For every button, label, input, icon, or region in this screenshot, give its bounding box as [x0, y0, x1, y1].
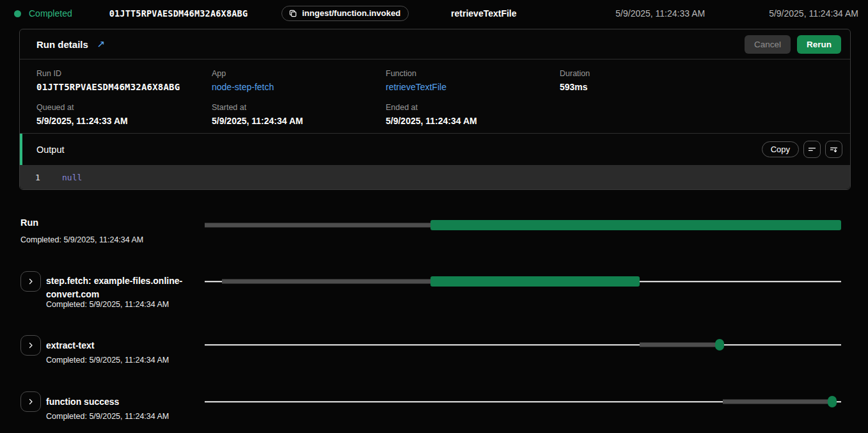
timeline-segment-waiting [205, 223, 430, 228]
output-title: Output [36, 145, 65, 155]
extract-text-track [205, 339, 841, 350]
app-link[interactable]: node-step-fetch [212, 82, 386, 92]
status-label: Completed [29, 8, 72, 19]
field-duration: Duration 593ms [560, 69, 833, 92]
field-value: 5/9/2025, 11:24:34 AM [386, 116, 560, 126]
external-link-icon[interactable]: ↗ [97, 38, 106, 50]
expand-function-success-button[interactable] [20, 391, 41, 412]
timeline-segment-waiting [640, 343, 718, 347]
event-name-label: inngest/function.invoked [302, 8, 400, 18]
step-completed: Completed: 5/9/2025, 11:24:34 AM [46, 412, 169, 421]
function-name: retrieveTextFile [451, 8, 516, 19]
field-label: App [212, 69, 386, 78]
queued-timestamp: 5/9/2025, 11:24:33 AM [615, 8, 705, 19]
step-completed: Completed: 5/9/2025, 11:24:34 AM [46, 356, 169, 365]
field-value: 5/9/2025, 11:24:33 AM [36, 116, 212, 126]
field-run-id: Run ID 01JTT5RPVAESDM46M32A6X8ABG [36, 69, 212, 92]
copy-output-button[interactable]: Copy [762, 141, 799, 157]
function-link[interactable]: retrieveTextFile [386, 82, 560, 92]
step-title: function success [46, 395, 207, 409]
started-timestamp: 5/9/2025, 11:24:34 AM [769, 8, 858, 19]
step-title: extract-text [46, 339, 207, 352]
output-header: Output Copy [20, 133, 850, 165]
field-app: App node-step-fetch [212, 69, 386, 92]
field-queued-at: Queued at 5/9/2025, 11:24:33 AM [36, 103, 212, 126]
timeline-segment-dot [828, 396, 837, 407]
line-number: 1 [20, 173, 56, 182]
chevron-right-icon [27, 342, 35, 349]
expand-step-fetch-button[interactable] [20, 271, 41, 292]
event-name-badge[interactable]: inngest/function.invoked [281, 6, 409, 21]
function-success-track [205, 396, 841, 407]
chevron-right-icon [27, 278, 35, 285]
run-details-panel: Run details ↗ Cancel Rerun Run ID 01JTT5… [19, 29, 851, 190]
timeline-run-track [205, 219, 841, 231]
panel-header: Run details ↗ Cancel Rerun [20, 29, 850, 59]
field-value: 01JTT5RPVAESDM46M32A6X8ABG [36, 82, 212, 92]
chevron-right-icon [27, 398, 35, 405]
field-label: Function [386, 69, 560, 78]
field-label: Started at [212, 103, 386, 112]
run-id: 01JTT5RPVAESDM46M32A6X8ABG [109, 8, 248, 19]
panel-title: Run details [36, 39, 88, 50]
copy-icon [288, 9, 297, 18]
timeline-segment-dot [715, 339, 724, 350]
output-value: null [62, 173, 82, 182]
field-label: Ended at [386, 103, 560, 112]
timeline-segment-base [205, 344, 841, 345]
output-code-block: 1 null [20, 165, 850, 189]
field-started-at: Started at 5/9/2025, 11:24:34 AM [212, 103, 386, 126]
timeline-segment-waiting [723, 400, 829, 404]
status-dot-icon [14, 10, 21, 17]
rerun-button[interactable]: Rerun [797, 35, 841, 54]
timeline-segment-active [430, 276, 640, 287]
field-ended-at: Ended at 5/9/2025, 11:24:34 AM [386, 103, 560, 126]
timeline-segment-waiting [222, 279, 430, 284]
expand-output-icon[interactable] [825, 141, 842, 158]
expand-extract-text-button[interactable] [20, 335, 41, 356]
step-fetch-track [205, 276, 841, 287]
field-label: Run ID [36, 69, 212, 78]
timeline-run-label: Run [20, 217, 38, 228]
step-title: step.fetch: example-files.online-convert… [46, 274, 207, 301]
wrap-lines-icon[interactable] [803, 141, 821, 158]
timeline-segment-active [430, 220, 841, 230]
field-function: Function retrieveTextFile [386, 69, 560, 92]
run-summary-row[interactable]: Completed 01JTT5RPVAESDM46M32A6X8ABG inn… [0, 0, 868, 27]
field-label: Queued at [36, 103, 212, 112]
field-label: Duration [560, 69, 833, 78]
field-value: 593ms [560, 82, 833, 92]
field-value: 5/9/2025, 11:24:34 AM [212, 116, 386, 126]
timeline-run-completed: Completed: 5/9/2025, 11:24:34 AM [20, 235, 143, 244]
run-details-grid: Run ID 01JTT5RPVAESDM46M32A6X8ABG App no… [20, 59, 850, 126]
step-completed: Completed: 5/9/2025, 11:24:34 AM [46, 300, 169, 309]
output-accent-bar [20, 134, 22, 165]
cancel-button[interactable]: Cancel [745, 35, 791, 54]
